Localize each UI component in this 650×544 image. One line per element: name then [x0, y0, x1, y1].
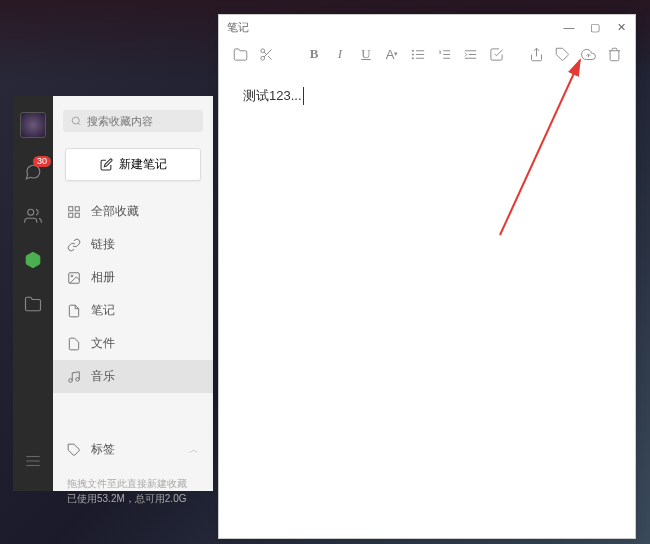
delete-tool-icon[interactable]: [605, 45, 623, 63]
chevron-up-icon: ︿: [189, 443, 199, 457]
image-icon: [67, 271, 81, 285]
nav-label: 笔记: [91, 302, 115, 319]
svg-line-18: [268, 56, 271, 59]
nav-label: 音乐: [91, 368, 115, 385]
footer-line2: 已使用53.2M，总可用2.0G: [67, 491, 199, 506]
nav-item-files[interactable]: 文件: [53, 327, 213, 360]
tag-tool-icon[interactable]: [553, 45, 571, 63]
search-icon: [71, 115, 81, 127]
svg-point-16: [260, 56, 264, 60]
tags-label: 标签: [91, 441, 115, 458]
italic-button[interactable]: I: [331, 45, 349, 63]
nav-label: 相册: [91, 269, 115, 286]
svg-point-23: [412, 50, 413, 51]
nav-list: 全部收藏 链接 相册 笔记 文件 音乐: [53, 195, 213, 393]
note-icon: [67, 304, 81, 318]
nav-label: 文件: [91, 335, 115, 352]
svg-point-24: [412, 53, 413, 54]
cut-tool-icon[interactable]: [257, 45, 275, 63]
svg-point-12: [69, 378, 73, 382]
nav-item-all[interactable]: 全部收藏: [53, 195, 213, 228]
user-avatar[interactable]: [20, 112, 46, 138]
close-button[interactable]: ✕: [615, 21, 627, 34]
link-icon: [67, 238, 81, 252]
underline-button[interactable]: U: [357, 45, 375, 63]
numbered-list-button[interactable]: [435, 45, 453, 63]
window-title: 笔记: [227, 20, 563, 35]
new-note-label: 新建笔记: [119, 156, 167, 173]
font-size-button[interactable]: A▾: [383, 45, 401, 63]
nav-item-links[interactable]: 链接: [53, 228, 213, 261]
folder-tool-icon[interactable]: [231, 45, 249, 63]
svg-point-15: [260, 48, 264, 52]
search-input[interactable]: [87, 115, 195, 127]
chat-icon[interactable]: 30: [23, 162, 43, 182]
svg-rect-7: [75, 206, 79, 210]
edit-icon: [100, 158, 113, 171]
window-controls: — ▢ ✕: [563, 21, 627, 34]
editor-content-area[interactable]: 测试123...: [219, 69, 635, 538]
minimize-button[interactable]: —: [563, 21, 575, 34]
menu-icon[interactable]: [23, 451, 43, 471]
music-icon: [67, 370, 81, 384]
nav-item-music[interactable]: 音乐: [53, 360, 213, 393]
badge-count: 30: [33, 156, 51, 167]
cloud-sync-icon[interactable]: [579, 45, 597, 63]
nav-panel: 新建笔记 全部收藏 链接 相册 笔记 文件: [53, 96, 213, 491]
grid-icon: [67, 205, 81, 219]
svg-point-0: [28, 209, 34, 215]
note-editor-window: 笔记 — ▢ ✕ B I U A▾ 测试123...: [218, 14, 636, 539]
indent-button[interactable]: [461, 45, 479, 63]
nav-label: 链接: [91, 236, 115, 253]
title-bar[interactable]: 笔记 — ▢ ✕: [219, 15, 635, 39]
nav-label: 全部收藏: [91, 203, 139, 220]
share-tool-icon[interactable]: [527, 45, 545, 63]
storage-info: 拖拽文件至此直接新建收藏 已使用53.2M，总可用2.0G: [53, 466, 213, 522]
maximize-button[interactable]: ▢: [589, 21, 601, 34]
tags-header[interactable]: 标签 ︿: [53, 433, 213, 466]
search-box[interactable]: [63, 110, 203, 132]
svg-point-11: [71, 275, 73, 277]
footer-line1: 拖拽文件至此直接新建收藏: [67, 476, 199, 491]
svg-point-13: [76, 377, 80, 381]
svg-line-19: [264, 52, 266, 54]
nav-item-album[interactable]: 相册: [53, 261, 213, 294]
file-icon: [67, 337, 81, 351]
nav-item-notes[interactable]: 笔记: [53, 294, 213, 327]
svg-rect-6: [69, 206, 73, 210]
editor-toolbar: B I U A▾: [219, 39, 635, 69]
bullet-list-button[interactable]: [409, 45, 427, 63]
svg-line-5: [78, 123, 80, 125]
favorites-icon[interactable]: [23, 250, 43, 270]
svg-rect-9: [69, 213, 73, 217]
folder-icon[interactable]: [23, 294, 43, 314]
svg-point-4: [72, 117, 79, 124]
new-note-button[interactable]: 新建笔记: [65, 148, 201, 181]
svg-point-25: [412, 57, 413, 58]
tags-section: 标签 ︿: [53, 433, 213, 466]
note-text: 测试123...: [243, 87, 304, 105]
app-sidebar: 30: [13, 96, 53, 491]
bold-button[interactable]: B: [305, 45, 323, 63]
svg-rect-8: [75, 213, 79, 217]
checklist-button[interactable]: [487, 45, 505, 63]
tag-icon: [67, 443, 81, 457]
favorites-panel: 30 新建笔记 全部收藏: [13, 96, 213, 491]
contacts-icon[interactable]: [23, 206, 43, 226]
